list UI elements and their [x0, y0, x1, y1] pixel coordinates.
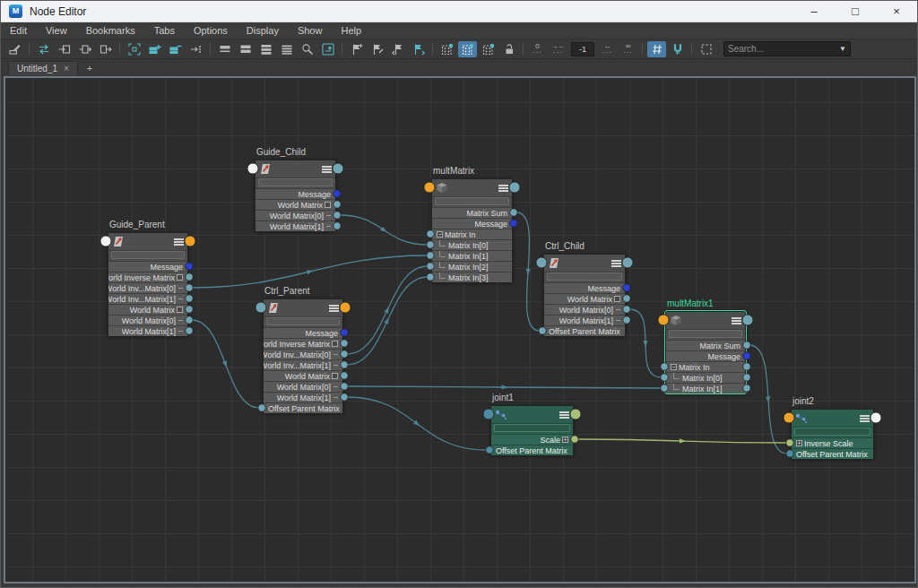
node-menu-icon[interactable] [611, 260, 621, 267]
attr-row-matrix-sum[interactable]: Matrix Sum [432, 208, 512, 218]
bookmark-next-button[interactable] [409, 41, 428, 57]
attr-row-message[interactable]: Message [264, 328, 342, 338]
port[interactable] [661, 385, 668, 392]
menu-tabs[interactable]: Tabs [154, 25, 175, 36]
node-mult_matrix1[interactable]: Matrix SumMessage−Matrix InMatrix In[0]M… [665, 311, 746, 393]
regraph-button[interactable] [318, 41, 337, 57]
attr-row-matrix-in-2-[interactable]: Matrix In[2] [432, 262, 512, 272]
port[interactable] [341, 329, 348, 336]
collapsed-box-icon[interactable] [325, 202, 331, 208]
node-guide_parent[interactable]: MessageWorld Inverse MatrixWorld Inv...M… [108, 232, 188, 336]
port[interactable] [510, 220, 517, 227]
search-toggle-button[interactable] [298, 41, 316, 57]
attr-row-world-matrix-0-[interactable]: World Matrix[0] [544, 305, 625, 315]
port[interactable] [427, 263, 434, 270]
collapsed-box-icon[interactable] [177, 274, 183, 281]
port[interactable] [483, 409, 494, 419]
attr-row-offset-parent-matrix[interactable]: Offset Parent Matrix [491, 445, 573, 455]
attr-row-world-matrix-1-[interactable]: World Matrix[1] [255, 221, 335, 231]
traversal-depth-field[interactable]: -1 [571, 42, 594, 56]
expand-icon[interactable]: + [562, 437, 568, 443]
attr-row-world-inverse-matrix[interactable]: World Inverse Matrix [264, 339, 342, 349]
port[interactable] [427, 241, 434, 248]
attr-row-matrix-in-3-[interactable]: Matrix In[3] [432, 272, 512, 282]
attr-row-scale[interactable]: Scale+ [491, 435, 573, 445]
port[interactable] [623, 306, 630, 313]
view-mode-custom-button[interactable] [277, 41, 296, 57]
lock-graph-button[interactable] [499, 41, 518, 57]
node-header[interactable] [544, 255, 625, 272]
maximize-button[interactable]: □ [835, 1, 876, 22]
display-shapes-button[interactable] [437, 41, 456, 57]
search-box[interactable]: ▼ [723, 41, 851, 56]
attr-row-world-matrix-1-[interactable]: World Matrix[1] [544, 316, 625, 325]
port[interactable] [570, 409, 581, 419]
node-header[interactable] [264, 299, 342, 316]
port[interactable] [658, 315, 669, 325]
connection-guide_child-to-mult_matrix[interactable] [340, 215, 428, 245]
port[interactable] [258, 404, 265, 411]
snap-to-grid-button[interactable] [668, 41, 687, 57]
port[interactable] [427, 252, 434, 259]
menu-help[interactable]: Help [341, 25, 361, 36]
node-name-field[interactable] [435, 197, 509, 205]
attr-row-world-inv-matrix-1-[interactable]: World Inv...Matrix[1] [264, 360, 342, 370]
port[interactable] [743, 342, 750, 349]
output-connections-button[interactable] [96, 41, 115, 57]
port[interactable] [186, 284, 193, 291]
node-joint2[interactable]: +Inverse ScaleOffset Parent Matrix [791, 409, 874, 459]
port[interactable] [247, 163, 258, 174]
port[interactable] [661, 363, 668, 370]
port[interactable] [255, 302, 266, 313]
view-mode-connected-button[interactable] [236, 41, 255, 57]
minimize-button[interactable]: – [793, 1, 835, 22]
connection-guide_parent-to-mult_matrix[interactable] [192, 255, 428, 288]
attr-row-world-matrix-0-[interactable]: World Matrix[0] [264, 382, 342, 392]
search-dropdown-icon[interactable]: ▼ [839, 45, 846, 53]
attr-row-matrix-in-0-[interactable]: Matrix In[0] [432, 240, 512, 250]
port[interactable] [100, 236, 111, 246]
attr-row-world-matrix-0-[interactable]: World Matrix[0] [108, 316, 187, 325]
port[interactable] [486, 446, 493, 454]
input-connections-button[interactable] [55, 41, 74, 57]
node-name-field[interactable] [494, 424, 570, 432]
port[interactable] [623, 284, 630, 291]
attr-row-world-matrix[interactable]: World Matrix [108, 305, 187, 315]
port[interactable] [186, 273, 193, 281]
attr-row-world-matrix[interactable]: World Matrix [255, 200, 335, 210]
attr-row-world-inv-matrix-1-[interactable]: World Inv...Matrix[1] [108, 294, 187, 304]
node-mult_matrix[interactable]: Matrix SumMessage−Matrix InMatrix In[0]M… [431, 178, 513, 282]
collapsed-box-icon[interactable] [177, 307, 183, 313]
port[interactable] [536, 257, 547, 268]
close-button[interactable]: × [876, 1, 917, 22]
connection-ctrl_parent-to-mult_matrix[interactable] [347, 277, 428, 365]
attr-row-world-matrix-1-[interactable]: World Matrix[1] [108, 326, 187, 336]
port[interactable] [623, 295, 630, 302]
create-node-button[interactable] [5, 41, 24, 57]
attr-row-world-inv-matrix-0-[interactable]: World Inv...Matrix[0] [108, 283, 187, 293]
port[interactable] [186, 295, 193, 302]
port[interactable] [333, 212, 341, 219]
port[interactable] [341, 340, 348, 347]
attr-row-inverse-scale[interactable]: +Inverse Scale [792, 438, 873, 448]
collapsed-box-icon[interactable] [332, 341, 338, 347]
node-menu-icon[interactable] [498, 185, 508, 192]
port[interactable] [341, 361, 348, 368]
port[interactable] [786, 450, 793, 457]
port[interactable] [424, 182, 435, 193]
node-joint1[interactable]: Scale+Offset Parent Matrix [490, 405, 574, 455]
attr-row-message[interactable]: Message [666, 351, 745, 361]
attr-row-world-matrix[interactable]: World Matrix [544, 294, 625, 304]
port[interactable] [571, 436, 578, 443]
port[interactable] [743, 374, 750, 381]
bookmark-edit-button[interactable] [368, 41, 386, 57]
menu-show[interactable]: Show [298, 25, 323, 36]
node-guide_child[interactable]: MessageWorld MatrixWorld Matrix[0]World … [255, 160, 336, 231]
collapse-icon[interactable]: − [437, 231, 443, 238]
attr-row-offset-parent-matrix[interactable]: Offset Parent Matrix [264, 403, 342, 413]
port[interactable] [427, 273, 434, 281]
search-input[interactable] [728, 44, 839, 54]
node-menu-icon[interactable] [174, 238, 184, 246]
attr-row-matrix-in[interactable]: −Matrix In [666, 362, 745, 372]
port[interactable] [341, 372, 348, 379]
